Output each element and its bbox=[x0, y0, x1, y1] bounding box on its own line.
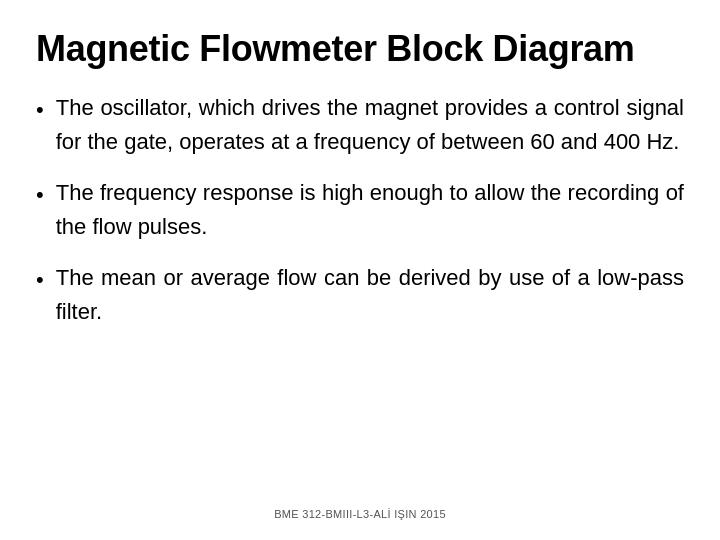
list-item: • The frequency response is high enough … bbox=[36, 176, 684, 243]
footer-text: BME 312-BMIII-L3-ALİ IŞIN 2015 bbox=[36, 508, 684, 520]
bullet-dot-3: • bbox=[36, 263, 44, 296]
list-item: • The mean or average flow can be derive… bbox=[36, 261, 684, 328]
bullet-text-1: The oscillator, which drives the magnet … bbox=[56, 91, 684, 158]
list-item: • The oscillator, which drives the magne… bbox=[36, 91, 684, 158]
bullet-text-2: The frequency response is high enough to… bbox=[56, 176, 684, 243]
page-title: Magnetic Flowmeter Block Diagram bbox=[36, 28, 684, 69]
content-area: • The oscillator, which drives the magne… bbox=[36, 91, 684, 498]
bullet-text-3: The mean or average flow can be derived … bbox=[56, 261, 684, 328]
bullet-dot-2: • bbox=[36, 178, 44, 211]
bullet-dot-1: • bbox=[36, 93, 44, 126]
